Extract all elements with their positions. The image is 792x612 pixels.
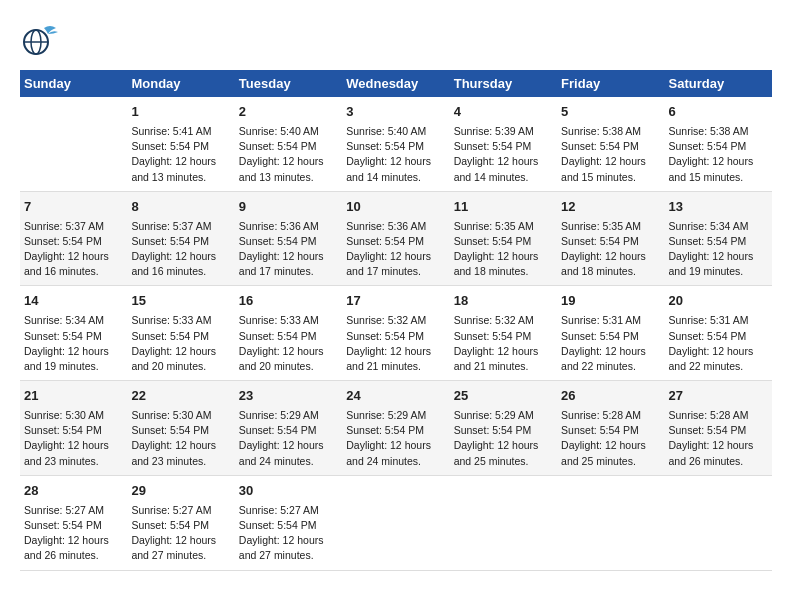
day-number: 2: [239, 103, 338, 122]
day-info: Sunrise: 5:30 AM Sunset: 5:54 PM Dayligh…: [24, 408, 123, 469]
day-number: 25: [454, 387, 553, 406]
calendar-cell: 1Sunrise: 5:41 AM Sunset: 5:54 PM Daylig…: [127, 97, 234, 191]
calendar-cell: [20, 97, 127, 191]
day-of-week-header: Thursday: [450, 70, 557, 97]
day-of-week-header: Sunday: [20, 70, 127, 97]
day-number: 10: [346, 198, 445, 217]
day-info: Sunrise: 5:39 AM Sunset: 5:54 PM Dayligh…: [454, 124, 553, 185]
day-info: Sunrise: 5:28 AM Sunset: 5:54 PM Dayligh…: [669, 408, 768, 469]
day-info: Sunrise: 5:36 AM Sunset: 5:54 PM Dayligh…: [239, 219, 338, 280]
day-info: Sunrise: 5:35 AM Sunset: 5:54 PM Dayligh…: [454, 219, 553, 280]
page-header: [20, 20, 772, 60]
day-number: 3: [346, 103, 445, 122]
day-number: 20: [669, 292, 768, 311]
day-number: 26: [561, 387, 660, 406]
calendar-cell: 10Sunrise: 5:36 AM Sunset: 5:54 PM Dayli…: [342, 191, 449, 286]
header-row: SundayMondayTuesdayWednesdayThursdayFrid…: [20, 70, 772, 97]
day-info: Sunrise: 5:32 AM Sunset: 5:54 PM Dayligh…: [346, 313, 445, 374]
calendar-table: SundayMondayTuesdayWednesdayThursdayFrid…: [20, 70, 772, 571]
calendar-cell: 20Sunrise: 5:31 AM Sunset: 5:54 PM Dayli…: [665, 286, 772, 381]
calendar-cell: 8Sunrise: 5:37 AM Sunset: 5:54 PM Daylig…: [127, 191, 234, 286]
day-of-week-header: Wednesday: [342, 70, 449, 97]
calendar-cell: [450, 475, 557, 570]
day-info: Sunrise: 5:27 AM Sunset: 5:54 PM Dayligh…: [239, 503, 338, 564]
calendar-cell: 29Sunrise: 5:27 AM Sunset: 5:54 PM Dayli…: [127, 475, 234, 570]
calendar-cell: 24Sunrise: 5:29 AM Sunset: 5:54 PM Dayli…: [342, 381, 449, 476]
day-info: Sunrise: 5:38 AM Sunset: 5:54 PM Dayligh…: [561, 124, 660, 185]
calendar-row: 28Sunrise: 5:27 AM Sunset: 5:54 PM Dayli…: [20, 475, 772, 570]
day-info: Sunrise: 5:35 AM Sunset: 5:54 PM Dayligh…: [561, 219, 660, 280]
calendar-cell: 30Sunrise: 5:27 AM Sunset: 5:54 PM Dayli…: [235, 475, 342, 570]
calendar-row: 14Sunrise: 5:34 AM Sunset: 5:54 PM Dayli…: [20, 286, 772, 381]
day-number: 9: [239, 198, 338, 217]
calendar-row: 1Sunrise: 5:41 AM Sunset: 5:54 PM Daylig…: [20, 97, 772, 191]
calendar-header: SundayMondayTuesdayWednesdayThursdayFrid…: [20, 70, 772, 97]
day-of-week-header: Monday: [127, 70, 234, 97]
day-number: 21: [24, 387, 123, 406]
calendar-cell: 25Sunrise: 5:29 AM Sunset: 5:54 PM Dayli…: [450, 381, 557, 476]
calendar-cell: 23Sunrise: 5:29 AM Sunset: 5:54 PM Dayli…: [235, 381, 342, 476]
calendar-cell: 6Sunrise: 5:38 AM Sunset: 5:54 PM Daylig…: [665, 97, 772, 191]
calendar-cell: 18Sunrise: 5:32 AM Sunset: 5:54 PM Dayli…: [450, 286, 557, 381]
calendar-cell: 22Sunrise: 5:30 AM Sunset: 5:54 PM Dayli…: [127, 381, 234, 476]
day-number: 15: [131, 292, 230, 311]
day-info: Sunrise: 5:29 AM Sunset: 5:54 PM Dayligh…: [239, 408, 338, 469]
day-info: Sunrise: 5:29 AM Sunset: 5:54 PM Dayligh…: [346, 408, 445, 469]
day-number: 8: [131, 198, 230, 217]
calendar-cell: 19Sunrise: 5:31 AM Sunset: 5:54 PM Dayli…: [557, 286, 664, 381]
day-number: 29: [131, 482, 230, 501]
day-info: Sunrise: 5:41 AM Sunset: 5:54 PM Dayligh…: [131, 124, 230, 185]
calendar-cell: 27Sunrise: 5:28 AM Sunset: 5:54 PM Dayli…: [665, 381, 772, 476]
day-info: Sunrise: 5:33 AM Sunset: 5:54 PM Dayligh…: [131, 313, 230, 374]
day-of-week-header: Friday: [557, 70, 664, 97]
day-info: Sunrise: 5:34 AM Sunset: 5:54 PM Dayligh…: [24, 313, 123, 374]
calendar-cell: [557, 475, 664, 570]
calendar-body: 1Sunrise: 5:41 AM Sunset: 5:54 PM Daylig…: [20, 97, 772, 570]
day-info: Sunrise: 5:38 AM Sunset: 5:54 PM Dayligh…: [669, 124, 768, 185]
day-number: 19: [561, 292, 660, 311]
day-info: Sunrise: 5:32 AM Sunset: 5:54 PM Dayligh…: [454, 313, 553, 374]
calendar-cell: [665, 475, 772, 570]
day-number: 1: [131, 103, 230, 122]
day-number: 14: [24, 292, 123, 311]
day-info: Sunrise: 5:28 AM Sunset: 5:54 PM Dayligh…: [561, 408, 660, 469]
day-info: Sunrise: 5:27 AM Sunset: 5:54 PM Dayligh…: [131, 503, 230, 564]
day-number: 17: [346, 292, 445, 311]
day-of-week-header: Saturday: [665, 70, 772, 97]
calendar-cell: 21Sunrise: 5:30 AM Sunset: 5:54 PM Dayli…: [20, 381, 127, 476]
day-number: 5: [561, 103, 660, 122]
logo: [20, 20, 64, 60]
calendar-cell: 16Sunrise: 5:33 AM Sunset: 5:54 PM Dayli…: [235, 286, 342, 381]
day-info: Sunrise: 5:37 AM Sunset: 5:54 PM Dayligh…: [24, 219, 123, 280]
day-info: Sunrise: 5:30 AM Sunset: 5:54 PM Dayligh…: [131, 408, 230, 469]
calendar-cell: 14Sunrise: 5:34 AM Sunset: 5:54 PM Dayli…: [20, 286, 127, 381]
day-info: Sunrise: 5:31 AM Sunset: 5:54 PM Dayligh…: [669, 313, 768, 374]
calendar-cell: 28Sunrise: 5:27 AM Sunset: 5:54 PM Dayli…: [20, 475, 127, 570]
calendar-cell: 4Sunrise: 5:39 AM Sunset: 5:54 PM Daylig…: [450, 97, 557, 191]
day-number: 6: [669, 103, 768, 122]
day-info: Sunrise: 5:34 AM Sunset: 5:54 PM Dayligh…: [669, 219, 768, 280]
day-number: 7: [24, 198, 123, 217]
day-number: 23: [239, 387, 338, 406]
calendar-cell: [342, 475, 449, 570]
calendar-cell: 11Sunrise: 5:35 AM Sunset: 5:54 PM Dayli…: [450, 191, 557, 286]
day-number: 30: [239, 482, 338, 501]
calendar-row: 7Sunrise: 5:37 AM Sunset: 5:54 PM Daylig…: [20, 191, 772, 286]
day-info: Sunrise: 5:27 AM Sunset: 5:54 PM Dayligh…: [24, 503, 123, 564]
day-number: 11: [454, 198, 553, 217]
day-info: Sunrise: 5:31 AM Sunset: 5:54 PM Dayligh…: [561, 313, 660, 374]
day-info: Sunrise: 5:33 AM Sunset: 5:54 PM Dayligh…: [239, 313, 338, 374]
calendar-cell: 5Sunrise: 5:38 AM Sunset: 5:54 PM Daylig…: [557, 97, 664, 191]
calendar-cell: 26Sunrise: 5:28 AM Sunset: 5:54 PM Dayli…: [557, 381, 664, 476]
calendar-cell: 15Sunrise: 5:33 AM Sunset: 5:54 PM Dayli…: [127, 286, 234, 381]
day-info: Sunrise: 5:40 AM Sunset: 5:54 PM Dayligh…: [346, 124, 445, 185]
day-number: 4: [454, 103, 553, 122]
day-number: 16: [239, 292, 338, 311]
calendar-cell: 3Sunrise: 5:40 AM Sunset: 5:54 PM Daylig…: [342, 97, 449, 191]
calendar-cell: 2Sunrise: 5:40 AM Sunset: 5:54 PM Daylig…: [235, 97, 342, 191]
day-number: 12: [561, 198, 660, 217]
day-info: Sunrise: 5:36 AM Sunset: 5:54 PM Dayligh…: [346, 219, 445, 280]
day-number: 22: [131, 387, 230, 406]
day-number: 27: [669, 387, 768, 406]
calendar-row: 21Sunrise: 5:30 AM Sunset: 5:54 PM Dayli…: [20, 381, 772, 476]
